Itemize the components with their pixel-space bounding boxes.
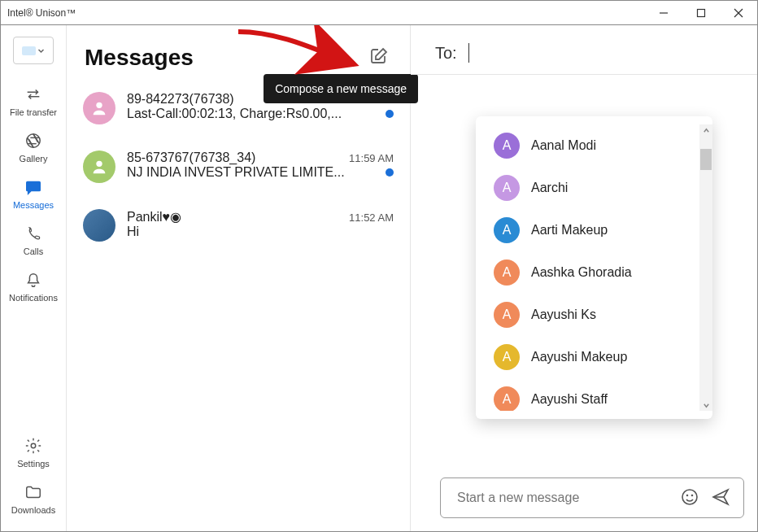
sidebar-item-label: Gallery — [20, 154, 48, 164]
minimize-button[interactable] — [645, 1, 682, 25]
contact-name: Aanal Modi — [531, 138, 596, 153]
message-icon — [24, 178, 42, 196]
message-input[interactable] — [457, 491, 670, 505]
compose-button[interactable] — [369, 46, 392, 69]
contact-item[interactable]: AAashka Ghoradia — [476, 251, 712, 294]
sidebar: File transfer Gallery Messages Calls Not… — [1, 25, 66, 531]
folder-icon — [24, 483, 42, 501]
compose-tooltip: Compose a new message — [264, 74, 418, 103]
avatar-image — [83, 209, 115, 242]
contact-avatar: A — [494, 386, 520, 411]
messages-header: Messages Compose a new message — [67, 25, 410, 85]
sidebar-item-label: Calls — [24, 246, 43, 256]
message-item[interactable]: 85-673767(76738_34)11:59 AM NJ INDIA INV… — [67, 144, 410, 190]
to-row: To: — [411, 25, 757, 75]
contact-avatar: A — [494, 133, 520, 159]
sidebar-item-settings[interactable]: Settings — [5, 430, 62, 477]
message-preview: NJ INDIA INVEST PRIVATE LIMITE... — [127, 165, 377, 180]
sidebar-item-downloads[interactable]: Downloads — [5, 477, 62, 523]
contact-item[interactable]: AAanal Modi — [476, 124, 712, 167]
svg-point-13 — [31, 443, 36, 448]
sidebar-item-messages[interactable]: Messages — [5, 172, 62, 218]
contact-item[interactable]: AAayushi Ks — [476, 294, 712, 336]
close-button[interactable] — [720, 1, 757, 25]
sidebar-item-label: Messages — [13, 200, 54, 210]
send-icon — [711, 487, 730, 507]
sidebar-item-label: Downloads — [11, 505, 55, 515]
sidebar-item-label: File transfer — [10, 107, 57, 117]
contact-avatar: A — [494, 302, 520, 328]
sidebar-item-notifications[interactable]: Notifications — [5, 264, 62, 311]
gear-icon — [24, 437, 42, 455]
compose-icon — [369, 46, 389, 66]
message-preview: Last-Call:00:02:13, Charge:Rs0.00,... — [127, 107, 377, 121]
contact-name: Aarchi — [531, 181, 568, 195]
message-preview: Hi — [127, 225, 394, 239]
svg-point-16 — [682, 490, 697, 504]
message-time: 11:52 AM — [349, 211, 394, 224]
window-title: Intel® Unison™ — [7, 7, 76, 19]
device-selector[interactable] — [13, 37, 54, 64]
contact-name: Aayushi Ks — [531, 307, 596, 322]
avatar-icon — [83, 150, 115, 183]
sidebar-item-calls[interactable]: Calls — [5, 218, 62, 264]
svg-point-15 — [96, 161, 102, 167]
svg-point-14 — [96, 102, 102, 108]
message-sender: Pankil♥◉ — [127, 209, 342, 225]
message-item[interactable]: Pankil♥◉11:52 AM Hi — [67, 203, 410, 248]
sidebar-item-file-transfer[interactable]: File transfer — [5, 79, 62, 125]
messages-column: Messages Compose a new message 89-842273… — [66, 25, 411, 531]
to-label: To: — [435, 44, 457, 63]
contact-avatar: A — [494, 175, 520, 201]
emoji-button[interactable] — [680, 487, 701, 508]
compose-column: To: AAanal Modi AAarchi AAarti Makeup AA… — [411, 25, 757, 531]
contact-name: Aayushi Makeup — [531, 350, 627, 364]
svg-point-18 — [692, 495, 693, 496]
contact-avatar: A — [494, 259, 520, 286]
contact-item[interactable]: AAarchi — [476, 167, 712, 209]
page-title: Messages — [85, 45, 194, 71]
message-time: 11:59 AM — [349, 152, 394, 164]
contact-name: Aayushi Staff — [531, 392, 608, 407]
title-bar: Intel® Unison™ — [0, 0, 758, 24]
contacts-dropdown: AAanal Modi AAarchi AAarti Makeup AAashk… — [476, 116, 712, 419]
scroll-down-icon[interactable] — [700, 399, 712, 411]
phone-icon — [24, 225, 42, 242]
contact-avatar: A — [494, 344, 520, 370]
message-composer — [440, 477, 744, 518]
smile-icon — [680, 487, 699, 507]
to-input[interactable] — [468, 43, 733, 63]
avatar-icon — [83, 92, 115, 124]
contact-item[interactable]: AAarti Makeup — [476, 209, 712, 251]
messages-list[interactable]: 89-842273(76738)12:12 PM Last-Call:00:02… — [67, 85, 410, 531]
message-sender: 85-673767(76738_34) — [127, 150, 342, 165]
transfer-icon — [24, 85, 42, 103]
contact-item[interactable]: AAayushi Staff — [476, 378, 712, 411]
svg-rect-1 — [698, 9, 705, 16]
unread-dot — [386, 168, 394, 177]
bell-icon — [24, 271, 42, 289]
scroll-up-icon[interactable] — [700, 124, 712, 136]
sidebar-item-label: Settings — [17, 459, 50, 469]
contact-name: Aarti Makeup — [531, 223, 608, 238]
scroll-thumb[interactable] — [700, 149, 712, 170]
svg-point-17 — [687, 495, 688, 496]
sidebar-item-gallery[interactable]: Gallery — [5, 125, 62, 172]
maximize-button[interactable] — [682, 1, 720, 25]
contact-item[interactable]: AAayushi Makeup — [476, 336, 712, 378]
send-button[interactable] — [711, 487, 732, 508]
sidebar-item-label: Notifications — [9, 293, 58, 303]
aperture-icon — [24, 132, 42, 150]
device-icon — [22, 46, 36, 55]
dropdown-scrollbar[interactable] — [699, 124, 712, 411]
contact-name: Aashka Ghoradia — [531, 265, 632, 280]
unread-dot — [386, 110, 394, 118]
contact-avatar: A — [494, 217, 520, 243]
